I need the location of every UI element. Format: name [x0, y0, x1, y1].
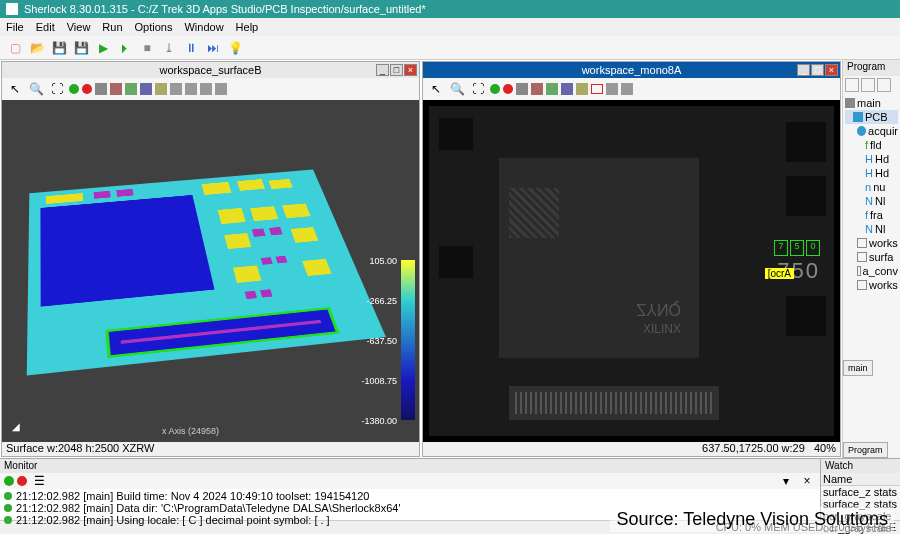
ocr-boxes: 7 5 0: [774, 240, 820, 256]
tree-item[interactable]: Hd: [875, 153, 889, 165]
arrow-icon[interactable]: ↖: [6, 80, 24, 98]
step-icon[interactable]: ⤓: [160, 39, 178, 57]
minimize-icon[interactable]: _: [376, 64, 389, 76]
menu-edit[interactable]: Edit: [36, 21, 55, 33]
prog-icon1[interactable]: [845, 78, 859, 92]
tree-root[interactable]: main: [857, 97, 881, 109]
tree-item[interactable]: fra: [870, 209, 883, 221]
mon-clear-icon[interactable]: ☰: [30, 472, 48, 490]
tool4-icon[interactable]: [140, 83, 152, 95]
mon-green-icon[interactable]: [4, 476, 14, 486]
zoom-icon[interactable]: 🔍: [27, 80, 45, 98]
tree-item[interactable]: surfa: [869, 251, 893, 263]
run-icon[interactable]: ▶: [94, 39, 112, 57]
mon-close-icon[interactable]: ×: [798, 472, 816, 490]
workspace-titlebar[interactable]: workspace_surfaceB _ □ ×: [2, 62, 419, 78]
red-dot-icon[interactable]: [503, 84, 513, 94]
menu-file[interactable]: File: [6, 21, 24, 33]
tool1-icon[interactable]: [95, 83, 107, 95]
maximize-icon[interactable]: □: [811, 64, 824, 76]
ocr-digit: 5: [790, 240, 804, 256]
program-tree[interactable]: main PCB acquir ffld HHd HHd nnu NNl ffr…: [843, 94, 900, 294]
tool1-icon[interactable]: [516, 83, 528, 95]
red-dot-icon[interactable]: [82, 84, 92, 94]
program-panel: Program main PCB acquir ffld HHd HHd nnu…: [842, 60, 900, 458]
stepover-icon[interactable]: ⏭: [204, 39, 222, 57]
program-header: Program: [843, 60, 900, 76]
saveall-icon[interactable]: 💾: [72, 39, 90, 57]
bulb-icon[interactable]: 💡: [226, 39, 244, 57]
new-icon[interactable]: ▢: [6, 39, 24, 57]
menu-window[interactable]: Window: [184, 21, 223, 33]
view-3d[interactable]: 105.00 -266.25 -637.50 -1008.75 -1380.00…: [2, 100, 419, 442]
color-legend: [401, 260, 415, 420]
legend-v0: 105.00: [369, 256, 397, 266]
zoomfit-icon[interactable]: ⛶: [469, 80, 487, 98]
tab-main[interactable]: main: [843, 360, 873, 376]
watch-item[interactable]: surface_z stats: [821, 486, 900, 498]
mon-pin-icon[interactable]: ▾: [777, 472, 795, 490]
prog-icon2[interactable]: [861, 78, 875, 92]
menu-options[interactable]: Options: [135, 21, 173, 33]
zoom-icon[interactable]: 🔍: [448, 80, 466, 98]
tool6-icon[interactable]: [170, 83, 182, 95]
tree-item[interactable]: PCB: [865, 111, 888, 123]
tree-item[interactable]: nu: [873, 181, 885, 193]
window-title: Sherlock 8.30.01.315 - C:/Z Trek 3D Apps…: [24, 3, 426, 15]
arrow-icon[interactable]: ↖: [427, 80, 445, 98]
tree-item[interactable]: works: [869, 237, 898, 249]
tool9-icon[interactable]: [215, 83, 227, 95]
rect-icon[interactable]: [591, 84, 603, 94]
tree-item[interactable]: fld: [870, 139, 882, 151]
tool5-icon[interactable]: [155, 83, 167, 95]
status-zoom: 40%: [814, 442, 836, 454]
runloop-icon[interactable]: ⏵: [116, 39, 134, 57]
tool7-icon[interactable]: [621, 83, 633, 95]
tool2-icon[interactable]: [531, 83, 543, 95]
tool7-icon[interactable]: [185, 83, 197, 95]
tool8-icon[interactable]: [200, 83, 212, 95]
watch-header: Watch: [821, 459, 900, 473]
green-dot-icon[interactable]: [69, 84, 79, 94]
zoomfit-icon[interactable]: ⛶: [48, 80, 66, 98]
ocr-digit: 0: [806, 240, 820, 256]
green-dot-icon[interactable]: [490, 84, 500, 94]
source-caption: Source: Teledyne Vision Solutions: [610, 507, 894, 532]
tree-item[interactable]: Hd: [875, 167, 889, 179]
view-mono8[interactable]: ZYNQ XILINX 7 5 0 750 [ocrA: [423, 100, 840, 442]
tree-item[interactable]: Nl: [875, 195, 885, 207]
menu-run[interactable]: Run: [102, 21, 122, 33]
close-icon[interactable]: ×: [825, 64, 838, 76]
tool2-icon[interactable]: [110, 83, 122, 95]
prog-icon3[interactable]: [877, 78, 891, 92]
tree-item[interactable]: Nl: [875, 223, 885, 235]
pause-icon[interactable]: ⏸: [182, 39, 200, 57]
stop-icon[interactable]: ■: [138, 39, 156, 57]
legend-v1: -266.25: [366, 296, 397, 306]
tool5-icon[interactable]: [576, 83, 588, 95]
mon-red-icon[interactable]: [17, 476, 27, 486]
minimize-icon[interactable]: _: [797, 64, 810, 76]
tab-program[interactable]: Program: [843, 442, 888, 458]
menu-help[interactable]: Help: [236, 21, 259, 33]
window-titlebar: Sherlock 8.30.01.315 - C:/Z Trek 3D Apps…: [0, 0, 900, 18]
tree-item[interactable]: acquir: [868, 125, 898, 137]
maximize-icon[interactable]: □: [390, 64, 403, 76]
ocr-digit: 7: [774, 240, 788, 256]
workspace-title: workspace_surfaceB: [159, 64, 261, 76]
workspace-titlebar-active[interactable]: workspace_mono8A _ □ ×: [423, 62, 840, 78]
tool3-icon[interactable]: [546, 83, 558, 95]
tree-item[interactable]: works: [869, 279, 898, 291]
open-icon[interactable]: 📂: [28, 39, 46, 57]
save-icon[interactable]: 💾: [50, 39, 68, 57]
monitor-header: Monitor: [0, 459, 820, 473]
tool4-icon[interactable]: [561, 83, 573, 95]
workspace-toolbar: ↖ 🔍 ⛶: [2, 78, 419, 100]
menu-view[interactable]: View: [67, 21, 91, 33]
tool6-icon[interactable]: [606, 83, 618, 95]
log-dot-icon: [4, 492, 12, 500]
tree-item[interactable]: a_conv: [863, 265, 898, 277]
close-icon[interactable]: ×: [404, 64, 417, 76]
tool3-icon[interactable]: [125, 83, 137, 95]
watch-col: Name: [821, 473, 900, 486]
